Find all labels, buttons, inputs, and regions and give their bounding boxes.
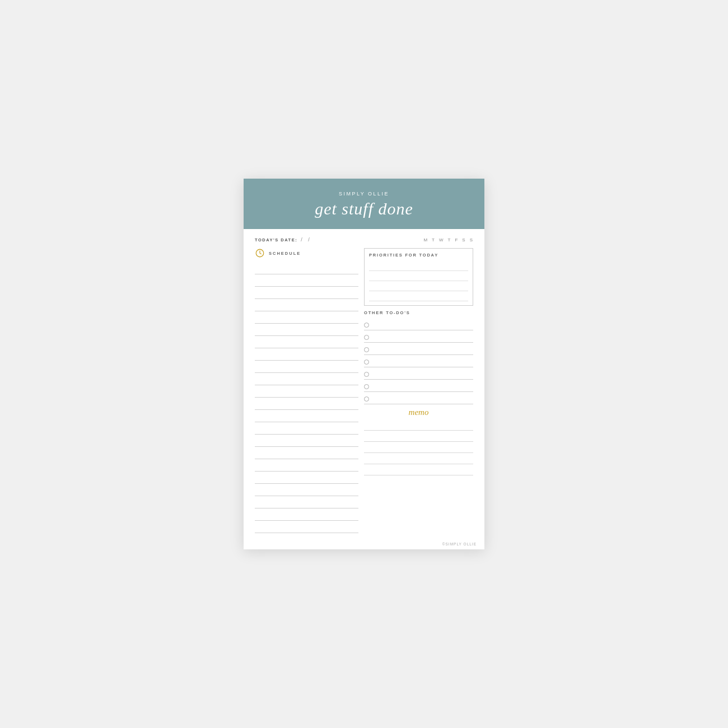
main-columns: SCHEDULE [255, 248, 473, 533]
schedule-row[interactable] [255, 484, 358, 496]
day-w: W [439, 237, 444, 242]
schedule-row[interactable] [255, 435, 358, 447]
schedule-row[interactable] [255, 348, 358, 361]
planner-header: SIMPLY OLLIE get stuff done [244, 179, 484, 229]
day-t2: T [448, 237, 451, 242]
todo-circle [364, 335, 369, 340]
memo-lines [364, 419, 473, 475]
todo-row[interactable] [364, 380, 473, 392]
todo-circle [364, 372, 369, 377]
day-letters: M T W T F S S [423, 237, 473, 242]
schedule-row[interactable] [255, 324, 358, 336]
planner-body: TODAY'S DATE: / / M T W T F S S [244, 229, 484, 540]
schedule-label: SCHEDULE [269, 251, 301, 256]
day-t1: T [432, 237, 435, 242]
schedule-row[interactable] [255, 422, 358, 435]
priority-line[interactable] [369, 261, 468, 271]
memo-section: memo [364, 408, 473, 475]
schedule-row[interactable] [255, 274, 358, 287]
schedule-row[interactable] [255, 496, 358, 508]
schedule-row[interactable] [255, 459, 358, 472]
day-m: M [423, 237, 428, 242]
todo-row[interactable] [364, 367, 473, 380]
schedule-row[interactable] [255, 410, 358, 422]
schedule-row[interactable] [255, 385, 358, 398]
planner-card: SIMPLY OLLIE get stuff done TODAY'S DATE… [244, 179, 484, 549]
todo-circle [364, 323, 369, 328]
priority-line[interactable] [369, 291, 468, 301]
clock-icon [255, 248, 265, 258]
todo-row[interactable] [364, 343, 473, 355]
todo-row[interactable] [364, 355, 473, 367]
schedule-row[interactable] [255, 508, 358, 521]
schedule-row[interactable] [255, 373, 358, 385]
schedule-row[interactable] [255, 299, 358, 311]
schedule-lines [255, 262, 358, 533]
priorities-lines [369, 261, 468, 301]
memo-line[interactable] [364, 442, 473, 453]
other-todos-label: OTHER TO-DO'S [364, 310, 473, 315]
todo-circle [364, 360, 369, 365]
todo-circle [364, 384, 369, 389]
schedule-row[interactable] [255, 447, 358, 459]
memo-label: memo [409, 408, 429, 417]
schedule-row[interactable] [255, 262, 358, 274]
memo-line[interactable] [364, 431, 473, 442]
priority-line[interactable] [369, 281, 468, 291]
planner-title: get stuff done [315, 199, 413, 219]
todo-row[interactable] [364, 318, 473, 330]
schedule-row[interactable] [255, 311, 358, 324]
schedule-row[interactable] [255, 472, 358, 484]
priority-line[interactable] [369, 271, 468, 281]
schedule-row[interactable] [255, 398, 358, 410]
schedule-column: SCHEDULE [255, 248, 358, 533]
schedule-row[interactable] [255, 287, 358, 299]
other-todos-section: OTHER TO-DO'S [364, 310, 473, 404]
memo-line[interactable] [364, 453, 473, 464]
schedule-row[interactable] [255, 361, 358, 373]
day-f: F [455, 237, 458, 242]
planner-footer: ©SIMPLY OLLIE [244, 540, 484, 549]
todo-row[interactable] [364, 330, 473, 343]
schedule-header: SCHEDULE [255, 248, 358, 258]
priorities-label: PRIORITIES FOR TODAY [369, 253, 468, 258]
todo-circle [364, 347, 369, 352]
todo-circle [364, 396, 369, 402]
day-s2: S [470, 237, 473, 242]
date-label: TODAY'S DATE: [255, 237, 297, 242]
date-row: TODAY'S DATE: / / M T W T F S S [255, 237, 473, 242]
footer-text: ©SIMPLY OLLIE [442, 542, 477, 546]
memo-line[interactable] [364, 419, 473, 431]
schedule-row[interactable] [255, 336, 358, 348]
memo-line[interactable] [364, 464, 473, 475]
todo-row[interactable] [364, 392, 473, 404]
todo-rows [364, 318, 473, 404]
brand-name: SIMPLY OLLIE [339, 191, 389, 197]
date-slashes: / / [301, 237, 312, 242]
day-s1: S [462, 237, 465, 242]
priorities-box[interactable]: PRIORITIES FOR TODAY [364, 248, 473, 306]
schedule-row[interactable] [255, 521, 358, 533]
date-label-group: TODAY'S DATE: / / [255, 237, 312, 242]
right-column: PRIORITIES FOR TODAY OTHER TO-DO'S [364, 248, 473, 533]
